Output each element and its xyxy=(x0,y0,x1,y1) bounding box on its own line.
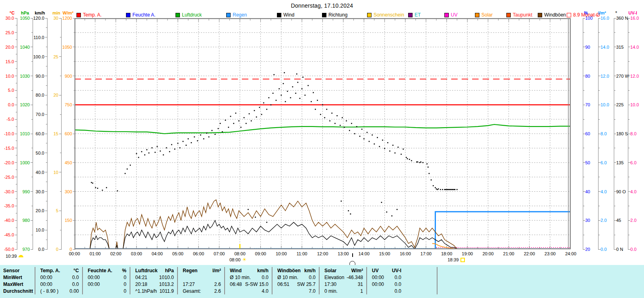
axis-c-tick xyxy=(15,76,17,76)
series-richtung-point xyxy=(386,211,387,213)
axis--label: 315 xyxy=(616,45,623,50)
series-richtung-point xyxy=(456,189,458,190)
x-axis-label: 03:00 xyxy=(131,251,142,256)
axis-c-minor-tick xyxy=(16,39,17,40)
axis-c-minor-tick xyxy=(16,228,17,228)
axis-c-minor-tick xyxy=(16,54,17,54)
series-richtung-point xyxy=(305,95,306,96)
cell-time: Windböen xyxy=(277,268,301,273)
axis-hpa-tick xyxy=(31,162,33,163)
axis-min-minor-tick xyxy=(60,37,61,37)
series-richtung-point xyxy=(102,190,103,191)
axis-hpa-minor-tick xyxy=(31,206,33,206)
table-cell-wind-durchschnitt: 4.0 xyxy=(224,288,272,294)
series-richtung-point xyxy=(326,109,327,110)
axis--unit: ° xyxy=(615,10,617,15)
series-richtung-point xyxy=(377,137,378,138)
axis--label: 50 xyxy=(585,161,590,165)
x-axis-label: 10:00 xyxy=(276,251,287,256)
axis-km-h-minor-tick xyxy=(46,162,47,163)
table-cell-feuchte-a-durchschnitt: 0 xyxy=(82,288,130,294)
legend-item-solar: Solar xyxy=(475,12,493,18)
series-richtung-point xyxy=(287,91,288,92)
axis-c-tick xyxy=(15,134,17,134)
cell-value: km/h xyxy=(257,268,268,273)
legend-label: ET xyxy=(415,12,421,18)
legend-swatch-8-9-monat xyxy=(567,13,571,17)
cell-value: 0.0 xyxy=(309,275,316,280)
series-richtung-point xyxy=(448,189,450,190)
series-richtung-point xyxy=(276,100,277,101)
axis-hpa-label: 970 xyxy=(23,247,30,252)
series-richtung-point xyxy=(356,126,357,127)
axis-c-tick xyxy=(15,32,17,33)
axis-km-h-tick xyxy=(45,172,47,172)
series-richtung-point xyxy=(346,120,347,122)
series-richtung-point xyxy=(359,136,361,137)
axis-c-tick xyxy=(15,47,17,47)
legend-label: Solar xyxy=(481,12,493,18)
axis-uv-i-minor-tick xyxy=(628,235,630,235)
axis-c-tick xyxy=(15,235,17,235)
series-richtung-point xyxy=(351,123,352,124)
table-cell-uv-maxwert: 00:000.0 xyxy=(366,281,437,288)
axis-w-m-label: 450 xyxy=(65,161,72,165)
table-cell-temp-a-maxwert: 00:000.0 xyxy=(35,281,82,288)
cell-value: l/m² xyxy=(213,268,221,273)
cell-time: 20:18 xyxy=(135,281,147,287)
cell-time: Elevation xyxy=(324,275,344,280)
series-richtung-point xyxy=(419,162,421,163)
x-axis-label: 06:00 xyxy=(193,251,204,256)
cell-time: ^1.1hPa/h xyxy=(135,288,157,294)
axis-c-minor-tick xyxy=(16,126,17,127)
sunrise-time: 08:00 xyxy=(229,257,241,262)
series-richtung-point xyxy=(281,95,282,96)
series-richtung-point xyxy=(322,104,323,106)
x-axis-label: 23:00 xyxy=(545,251,556,256)
axis--minor-tick xyxy=(614,32,615,33)
axis-c-minor-tick xyxy=(16,141,17,141)
series-richtung-point xyxy=(422,162,423,163)
cell-time: Solar xyxy=(324,268,336,273)
axis-hpa-tick xyxy=(31,191,33,192)
series-richtung-point xyxy=(384,148,385,149)
table-filler xyxy=(437,274,644,281)
cell-time: 04:21 xyxy=(135,275,147,280)
series-richtung-point xyxy=(392,145,394,146)
series-richtung-point xyxy=(387,142,388,143)
axis-min-minor-tick xyxy=(60,191,61,192)
legend-label: Feuchte A. xyxy=(132,12,155,18)
series-richtung-point xyxy=(180,147,181,149)
sunset-icon xyxy=(460,258,465,262)
series-richtung-point xyxy=(342,117,343,118)
axis-l-m-minor-tick xyxy=(599,119,600,120)
axis--minor-tick xyxy=(583,235,584,235)
series-richtung-point xyxy=(302,77,303,78)
axis-c-minor-tick xyxy=(16,83,17,83)
series-richtung-point xyxy=(449,189,450,190)
cell-value: % xyxy=(122,268,126,273)
series-richtung-point xyxy=(315,109,316,110)
axis-c-minor-tick xyxy=(16,68,17,69)
axis-hpa-tick xyxy=(31,249,33,250)
axis-hpa-minor-tick xyxy=(31,90,33,91)
series-richtung-point xyxy=(97,188,98,189)
axis--line xyxy=(614,18,614,250)
series-richtung-point xyxy=(320,114,321,115)
cell-value: 31 xyxy=(358,281,363,287)
axis-hpa-tick xyxy=(31,47,33,47)
moonrise-annotation: 10:39 xyxy=(6,254,23,259)
table-col-temp-a: Temp. A.°C xyxy=(35,267,82,274)
axis-uv-i-minor-tick xyxy=(628,148,630,148)
axis-km-h-minor-tick xyxy=(46,143,47,143)
table-row-label-minwert: MinWert xyxy=(0,274,35,281)
axis-c-label: -15.0 xyxy=(4,146,14,151)
axis-min-minor-tick xyxy=(60,230,61,230)
axis-km-h-minor-tick xyxy=(46,27,47,28)
axis-km-h-tick xyxy=(45,211,47,211)
series-richtung-point xyxy=(138,157,139,158)
axis-c-tick xyxy=(15,18,17,19)
series-richtung-point xyxy=(446,189,447,190)
series-richtung-point xyxy=(272,93,274,94)
axis-km-h-label: 30.0 xyxy=(36,190,44,194)
